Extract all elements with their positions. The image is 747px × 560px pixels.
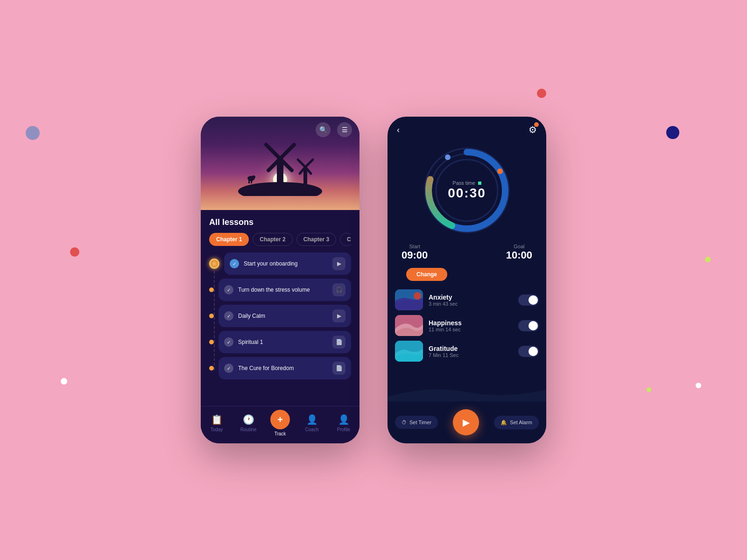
lesson-title: Turn down the stress volume [238, 287, 310, 293]
anxiety-duration: 3 min 43 sec [429, 301, 513, 307]
hero-icons: 🔍 ☰ [316, 122, 352, 137]
profile-icon: 👤 [338, 414, 350, 425]
chapter-tab-2[interactable]: Chapter 2 [253, 233, 292, 246]
svg-line-3 [280, 145, 294, 159]
set-timer-label: Set Timer [409, 420, 431, 425]
happiness-title: Happiness [429, 319, 513, 327]
hero-image: 🔍 ☰ [201, 117, 359, 210]
chapter-tab-3[interactable]: Chapter 3 [296, 233, 336, 246]
list-item: ✓ Daily Calm ▶ [209, 305, 351, 327]
svg-point-16 [252, 175, 255, 178]
start-value: 09:00 [402, 249, 428, 261]
anxiety-thumbnail [395, 289, 423, 310]
nav-item-profile[interactable]: 👤 Profile [332, 414, 355, 432]
start-label: Start [402, 244, 428, 249]
nav-item-today[interactable]: 📋 Today [205, 414, 228, 432]
nav-label-profile: Profile [337, 427, 350, 432]
phones-container: 🔍 ☰ All lessons Chapter 1 Chapter 2 Chap… [201, 117, 546, 443]
wave-decoration [388, 383, 546, 401]
gratitude-toggle[interactable] [518, 346, 539, 357]
timeline-line [214, 262, 215, 370]
happiness-thumbnail [395, 315, 423, 336]
chapter-tab-1[interactable]: Chapter 1 [209, 233, 249, 246]
set-timer-button[interactable]: ⏱ Set Timer [395, 416, 438, 429]
decorative-dot [26, 126, 40, 140]
anxiety-thumbnail-svg [395, 289, 423, 310]
today-icon: 📋 [211, 414, 223, 425]
notification-badge [534, 122, 539, 127]
happiness-info: Happiness 11 min 14 sec [429, 319, 513, 332]
nav-item-track[interactable]: + Track [268, 410, 292, 436]
timeline-dot [209, 287, 214, 292]
lesson-card[interactable]: ✓ Spiritual 1 📄 [218, 331, 351, 353]
timer-icon: ⏱ [402, 420, 407, 425]
doc-icon: 📄 [332, 362, 345, 375]
right-phone: ‹ ⚙ [388, 117, 546, 443]
timer-ring: Pass time 00:30 [420, 144, 514, 237]
menu-icon: ☰ [342, 126, 348, 133]
list-item[interactable]: Happiness 11 min 14 sec [395, 315, 539, 336]
goal-value: 10:00 [506, 249, 532, 261]
list-item[interactable]: Gratitude 7 Min 11 Sec [395, 341, 539, 362]
check-circle: ✓ [224, 337, 233, 347]
nav-item-routine[interactable]: 🕐 Routine [237, 414, 260, 432]
svg-line-8 [298, 160, 305, 167]
list-item[interactable]: Anxiety 3 min 43 sec [395, 289, 539, 310]
chapter-tab-4[interactable]: Cha... [340, 233, 351, 246]
coach-icon: 👤 [306, 414, 318, 425]
timeline-dot [209, 340, 214, 344]
play-icon: ▶ [332, 257, 345, 270]
lesson-card[interactable]: ✓ Daily Calm ▶ [218, 305, 351, 327]
play-button[interactable]: ▶ [453, 409, 479, 435]
happiness-toggle[interactable] [518, 320, 539, 331]
svg-line-9 [305, 160, 313, 167]
nav-label-routine: Routine [240, 427, 256, 432]
lesson-title: Daily Calm [238, 313, 265, 319]
timeline-dot-active [209, 259, 219, 269]
meditation-list: Anxiety 3 min 43 sec Happiness [388, 287, 546, 364]
svg-point-6 [278, 156, 282, 161]
timeline-dot [209, 314, 214, 318]
check-circle: ✓ [230, 259, 239, 268]
track-cta-button[interactable]: + [270, 410, 290, 429]
gratitude-duration: 7 Min 11 Sec [429, 352, 513, 358]
set-alarm-button[interactable]: 🔔 Set Alarm [494, 416, 539, 429]
decorative-dot [666, 126, 679, 139]
decorative-dot [696, 383, 701, 388]
lessons-timeline: ✓ Start your onboarding ▶ ✓ Turn down th… [209, 252, 351, 379]
start-time-block: Start 09:00 [402, 244, 428, 261]
doc-icon: 📄 [332, 336, 345, 349]
svg-point-26 [414, 292, 421, 300]
change-btn-container: Change [388, 261, 546, 287]
routine-icon: 🕐 [243, 414, 254, 425]
nav-label-track: Track [275, 431, 286, 436]
settings-button[interactable]: ⚙ [529, 124, 537, 135]
search-button[interactable]: 🔍 [316, 122, 331, 137]
gratitude-thumbnail-svg [395, 341, 423, 362]
timeline-dot [209, 366, 214, 371]
wave-svg [388, 383, 546, 401]
nav-label-today: Today [211, 427, 223, 432]
svg-rect-15 [251, 180, 252, 183]
time-info: Start 09:00 Goal 10:00 [388, 244, 546, 261]
pass-time-label: Pass time [452, 180, 481, 186]
alarm-icon: 🔔 [500, 420, 507, 426]
lesson-card[interactable]: ✓ The Cure for Boredom 📄 [218, 357, 351, 379]
menu-button[interactable]: ☰ [337, 122, 352, 137]
gratitude-thumbnail [395, 341, 423, 362]
nav-item-coach[interactable]: 👤 Coach [300, 414, 324, 432]
chapter-tabs: Chapter 1 Chapter 2 Chapter 3 Cha... [209, 233, 351, 246]
back-button[interactable]: ‹ [397, 125, 400, 135]
anxiety-toggle[interactable] [518, 294, 539, 306]
lesson-card[interactable]: ✓ Start your onboarding ▶ [224, 252, 351, 275]
search-icon: 🔍 [319, 126, 327, 133]
toggle-thumb [529, 295, 538, 305]
play-icon: ▶ [463, 417, 470, 428]
decorative-dot [61, 378, 67, 385]
change-button[interactable]: Change [406, 268, 447, 281]
lesson-card[interactable]: ✓ Turn down the stress volume 🎧 [218, 279, 351, 301]
lesson-title: Spiritual 1 [238, 339, 263, 345]
goal-time-block: Goal 10:00 [506, 244, 532, 261]
headphone-icon: 🎧 [332, 283, 345, 296]
timer-value: 00:30 [448, 186, 486, 201]
